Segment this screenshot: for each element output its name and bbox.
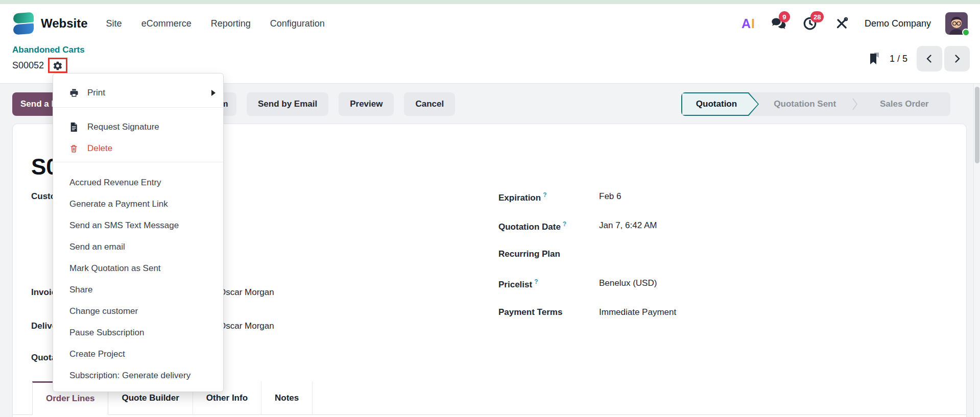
- vertical-scrollbar: [973, 84, 980, 417]
- activities-badge: 28: [810, 11, 824, 22]
- menu-ecommerce[interactable]: eCommerce: [141, 18, 192, 29]
- help-icon: ?: [534, 278, 538, 285]
- chevron-right-icon: [952, 54, 962, 64]
- expiration-value[interactable]: Feb 6: [599, 191, 621, 202]
- menu-configuration[interactable]: Configuration: [270, 18, 325, 29]
- company-switcher[interactable]: Demo Company: [865, 18, 931, 29]
- messages-badge: 9: [779, 11, 790, 22]
- website-app-logo-icon[interactable]: [12, 12, 35, 35]
- breadcrumb-parent-link[interactable]: Abandoned Carts: [12, 45, 85, 55]
- ai-icon[interactable]: AI: [742, 16, 755, 31]
- menu-reporting[interactable]: Reporting: [211, 18, 251, 29]
- menu-item-send-sms[interactable]: Send an SMS Text Message: [53, 215, 223, 236]
- breadcrumb: Abandoned Carts S00052: [12, 45, 85, 73]
- menu-item-mark-quotation-sent[interactable]: Mark Quotation as Sent: [53, 258, 223, 279]
- menu-item-print[interactable]: Print: [53, 82, 223, 104]
- quotation-date-value[interactable]: Jan 7, 6:42 AM: [599, 220, 657, 231]
- tab-notes[interactable]: Notes: [261, 381, 313, 414]
- bookmark-button[interactable]: [867, 51, 880, 66]
- menu-item-share[interactable]: Share: [53, 279, 223, 301]
- statusbar: Quotation Quotation Sent Sales Order: [681, 92, 950, 116]
- stage-separator-icon: [851, 97, 858, 111]
- pager-next-button[interactable]: [944, 46, 970, 71]
- expiration-label: Expiration?: [498, 191, 546, 203]
- chevron-left-icon: [924, 54, 935, 64]
- menu-item-subscription-generate-delivery[interactable]: Subscription: Generate delivery: [53, 365, 223, 386]
- payment-terms-value[interactable]: Immediate Payment: [599, 307, 676, 317]
- messages-button[interactable]: 9: [770, 15, 787, 32]
- document-icon: [69, 122, 79, 132]
- menu-item-create-project[interactable]: Create Project: [53, 344, 223, 365]
- menu-item-generate-payment-link[interactable]: Generate a Payment Link: [53, 193, 223, 215]
- wrench-screwdriver-icon: [834, 16, 849, 31]
- odoo-backend-screen: Website Site eCommerce Reporting Configu…: [0, 0, 980, 417]
- top-accent-strip: [0, 0, 980, 4]
- help-icon: ?: [563, 220, 566, 228]
- printer-icon: [69, 88, 79, 97]
- delivery-address-value[interactable]: Oscar Morgan: [219, 321, 274, 331]
- gear-icon: [53, 61, 63, 71]
- menu-site[interactable]: Site: [106, 18, 122, 29]
- pricelist-value[interactable]: Benelux (USD): [599, 278, 657, 288]
- gear-actions-dropdown: Print Request Signature: [53, 73, 224, 392]
- menu-item-delete[interactable]: Delete: [53, 138, 223, 159]
- pager-previous-button[interactable]: [917, 46, 942, 71]
- app-name[interactable]: Website: [41, 16, 88, 31]
- pager-count: 1 / 5: [890, 54, 907, 64]
- help-icon: ?: [543, 191, 546, 199]
- pricelist-label: Pricelist?: [498, 278, 538, 290]
- stage-quotation-sent[interactable]: Quotation Sent: [759, 99, 851, 109]
- menu-item-change-customer[interactable]: Change customer: [53, 301, 223, 322]
- navbar-right: AI 9 28: [742, 12, 968, 35]
- invoice-address-value[interactable]: Oscar Morgan: [219, 287, 274, 298]
- menu-item-request-signature[interactable]: Request Signature: [53, 116, 223, 138]
- main-menu: Site eCommerce Reporting Configuration: [106, 18, 325, 29]
- cancel-button[interactable]: Cancel: [404, 92, 455, 116]
- submenu-caret-icon: [211, 89, 216, 96]
- activities-button[interactable]: 28: [801, 15, 819, 32]
- user-avatar[interactable]: [945, 12, 968, 35]
- action-gear-highlight-box[interactable]: [48, 58, 67, 73]
- breadcrumb-current: S00052: [12, 60, 44, 71]
- preview-button[interactable]: Preview: [339, 92, 394, 116]
- payment-terms-label: Payment Terms: [498, 307, 562, 317]
- quotation-date-label: Quotation Date?: [498, 220, 566, 232]
- pager: 1 / 5: [867, 46, 970, 71]
- top-navbar: Website Site eCommerce Reporting Configu…: [0, 4, 980, 43]
- stage-sales-order[interactable]: Sales Order: [858, 99, 951, 109]
- trash-icon: [69, 144, 79, 153]
- menu-separator: [53, 107, 223, 108]
- recurring-plan-label: Recurring Plan: [498, 249, 560, 259]
- debug-tools-button[interactable]: [833, 15, 850, 32]
- menu-item-send-email[interactable]: Send an email: [53, 236, 223, 258]
- scrollbar-thumb[interactable]: [975, 87, 979, 163]
- stage-quotation[interactable]: Quotation: [681, 92, 759, 116]
- menu-item-pause-subscription[interactable]: Pause Subscription: [53, 322, 223, 344]
- menu-separator: [53, 162, 223, 162]
- send-by-email-button[interactable]: Send by Email: [247, 92, 328, 116]
- online-status-dot: [962, 29, 970, 36]
- bookmark-icon: [867, 51, 880, 66]
- menu-item-accrued-revenue-entry[interactable]: Accrued Revenue Entry: [53, 172, 223, 193]
